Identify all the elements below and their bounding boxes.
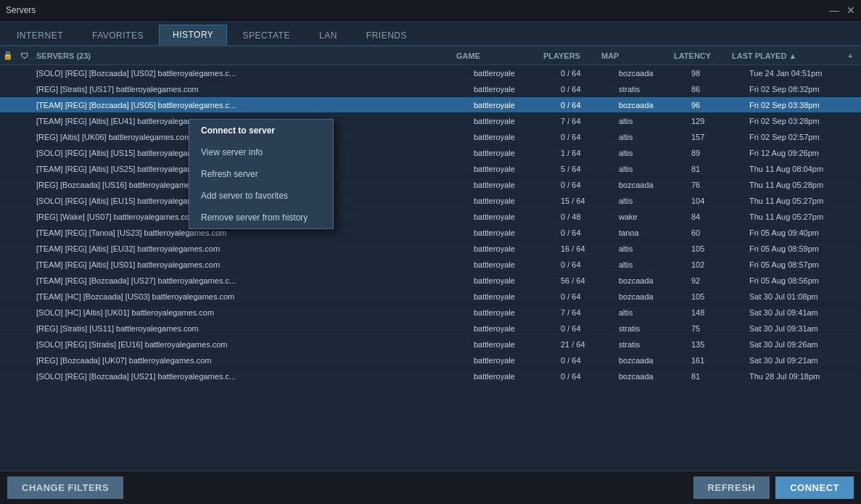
- td-players: 0 / 64: [556, 324, 614, 333]
- th-servers[interactable]: SERVERS (23): [32, 51, 452, 60]
- app-title: Servers: [6, 5, 36, 15]
- td-lastplayed: Thu 11 Aug 05:27pm: [745, 212, 861, 221]
- td-lastplayed: Sat 30 Jul 09:41am: [745, 308, 861, 317]
- table-row[interactable]: [REG] [Bozcaada] [US16] battleroyalegame…: [0, 177, 861, 193]
- th-latency[interactable]: LATENCY: [670, 51, 728, 60]
- close-button[interactable]: ✕: [846, 5, 855, 15]
- table-row[interactable]: [SOLO] [HC] [Altis] [UK01] battleroyaleg…: [0, 305, 861, 321]
- td-game: battleroyale: [469, 228, 556, 237]
- table-row[interactable]: [TEAM] [REG] [Bozcaada] [US05] battleroy…: [0, 97, 861, 113]
- table-row[interactable]: [TEAM] [REG] [Altis] [US25] battleroyale…: [0, 161, 861, 177]
- td-server-name: [TEAM] [REG] [Altis] [US01] battleroyale…: [32, 260, 469, 269]
- tab-spectate[interactable]: SPECTATE: [228, 25, 304, 45]
- td-latency: 60: [687, 228, 745, 237]
- td-game: battleroyale: [469, 356, 556, 365]
- td-latency: 105: [687, 292, 745, 301]
- td-server-name: [REG] [Bozcaada] [UK07] battleroyalegame…: [32, 356, 469, 365]
- td-players: 0 / 48: [556, 212, 614, 221]
- title-bar-left: Servers: [6, 5, 36, 15]
- connect-button[interactable]: CONNECT: [775, 476, 854, 499]
- td-latency: 135: [687, 340, 745, 349]
- td-server-name: [SOLO] [HC] [Altis] [UK01] battleroyaleg…: [32, 308, 469, 317]
- th-add[interactable]: +: [844, 51, 861, 60]
- table-row[interactable]: [TEAM] [REG] [Altis] [EU32] battleroyale…: [0, 241, 861, 257]
- td-game: battleroyale: [469, 117, 556, 125]
- table-row[interactable]: [TEAM] [REG] [Tanoa] [US23] battleroyale…: [0, 225, 861, 241]
- th-map[interactable]: MAP: [597, 51, 670, 60]
- table-row[interactable]: [TEAM] [HC] [Bozcaada] [US03] battleroya…: [0, 289, 861, 305]
- td-server-name: [TEAM] [REG] [Altis] [EU32] battleroyale…: [32, 244, 469, 253]
- td-lastplayed: Fri 05 Aug 08:56pm: [745, 276, 861, 285]
- table-row[interactable]: [SOLO] [REG] [Bozcaada] [US02] battleroy…: [0, 65, 861, 81]
- context-menu-item-refresh[interactable]: Refresh server: [189, 163, 333, 185]
- table-row[interactable]: [REG] [Bozcaada] [UK07] battleroyalegame…: [0, 352, 861, 368]
- td-players: 56 / 64: [556, 276, 614, 285]
- tab-favorites[interactable]: FAVORITES: [78, 25, 157, 45]
- td-players: 0 / 64: [556, 372, 614, 381]
- td-server-name: [TEAM] [REG] [Tanoa] [US23] battleroyale…: [32, 228, 469, 237]
- table-row[interactable]: [TEAM] [REG] [Altis] [EU41] battleroyale…: [0, 113, 861, 129]
- context-menu-item-remove[interactable]: Remove server from history: [189, 207, 333, 228]
- tab-internet[interactable]: INTERNET: [3, 25, 77, 45]
- td-players: 0 / 64: [556, 228, 614, 237]
- td-map: wake: [614, 212, 687, 221]
- th-game[interactable]: GAME: [452, 51, 539, 60]
- table-row[interactable]: [SOLO] [REG] [Stratis] [EU16] battleroya…: [0, 336, 861, 352]
- td-lastplayed: Thu 11 Aug 05:28pm: [745, 181, 861, 189]
- td-map: altis: [614, 133, 687, 141]
- td-game: battleroyale: [469, 101, 556, 110]
- table-row[interactable]: [REG] [Altis] [UK06] battleroyalegames.c…: [0, 129, 861, 145]
- table-row[interactable]: [REG] [Stratis] [US11] battleroyalegames…: [0, 321, 861, 336]
- table-row[interactable]: [SOLO] [REG] [Altis] [US15] battleroyale…: [0, 145, 861, 161]
- th-players[interactable]: PLAYERS: [539, 51, 597, 60]
- td-latency: 161: [687, 356, 745, 365]
- table-row[interactable]: [SOLO] [REG] [Bozcaada] [US21] battleroy…: [0, 368, 861, 384]
- tab-history[interactable]: HISTORY: [159, 25, 227, 45]
- change-filters-button[interactable]: CHANGE FILTERS: [7, 476, 123, 499]
- td-server-name: [SOLO] [REG] [Bozcaada] [US21] battleroy…: [32, 372, 469, 381]
- td-map: bozcaada: [614, 356, 687, 365]
- td-lastplayed: Fri 02 Sep 08:32pm: [745, 85, 861, 94]
- context-menu-item-addfav[interactable]: Add server to favorites: [189, 185, 333, 207]
- td-latency: 104: [687, 197, 745, 205]
- td-map: altis: [614, 149, 687, 157]
- td-players: 21 / 64: [556, 340, 614, 349]
- td-map: stratis: [614, 324, 687, 333]
- td-map: bozcaada: [614, 276, 687, 285]
- td-latency: 75: [687, 324, 745, 333]
- table-row[interactable]: [REG] [Wake] [US07] battleroyalegames.co…: [0, 209, 861, 225]
- tab-lan[interactable]: LAN: [305, 25, 351, 45]
- th-lock: 🔒: [0, 51, 16, 60]
- table-row[interactable]: [SOLO] [REG] [Altis] [EU15] battleroyale…: [0, 193, 861, 209]
- td-map: bozcaada: [614, 292, 687, 301]
- td-latency: 84: [687, 212, 745, 221]
- td-latency: 89: [687, 149, 745, 157]
- refresh-button[interactable]: REFRESH: [693, 476, 770, 499]
- th-lastplayed[interactable]: LAST PLAYED ▲: [728, 51, 844, 60]
- table-row[interactable]: [TEAM] [REG] [Altis] [US01] battleroyale…: [0, 257, 861, 273]
- tab-friends[interactable]: FRIENDS: [353, 25, 421, 45]
- td-players: 0 / 64: [556, 85, 614, 94]
- td-players: 7 / 64: [556, 117, 614, 125]
- td-latency: 157: [687, 133, 745, 141]
- td-game: battleroyale: [469, 372, 556, 381]
- td-game: battleroyale: [469, 308, 556, 317]
- td-server-name: [TEAM] [HC] [Bozcaada] [US03] battleroya…: [32, 292, 469, 301]
- server-list[interactable]: [SOLO] [REG] [Bozcaada] [US02] battleroy…: [0, 65, 861, 471]
- context-menu-item-connect[interactable]: Connect to server: [189, 120, 333, 141]
- td-players: 16 / 64: [556, 244, 614, 253]
- minimize-button[interactable]: —: [829, 5, 839, 15]
- td-latency: 129: [687, 117, 745, 125]
- td-game: battleroyale: [469, 149, 556, 157]
- td-game: battleroyale: [469, 69, 556, 78]
- td-server-name: [TEAM] [REG] [Bozcaada] [US05] battleroy…: [32, 101, 469, 110]
- title-bar: Servers — ✕: [0, 0, 861, 20]
- context-menu-item-viewinfo[interactable]: View server info: [189, 141, 333, 163]
- td-latency: 86: [687, 85, 745, 94]
- td-lastplayed: Thu 28 Jul 09:18pm: [745, 372, 861, 381]
- bottom-bar: CHANGE FILTERS REFRESH CONNECT: [0, 471, 861, 504]
- table-row[interactable]: [TEAM] [REG] [Bozcaada] [US27] battleroy…: [0, 273, 861, 289]
- td-players: 15 / 64: [556, 197, 614, 205]
- td-game: battleroyale: [469, 276, 556, 285]
- table-row[interactable]: [REG] [Stratis] [US17] battleroyalegames…: [0, 81, 861, 97]
